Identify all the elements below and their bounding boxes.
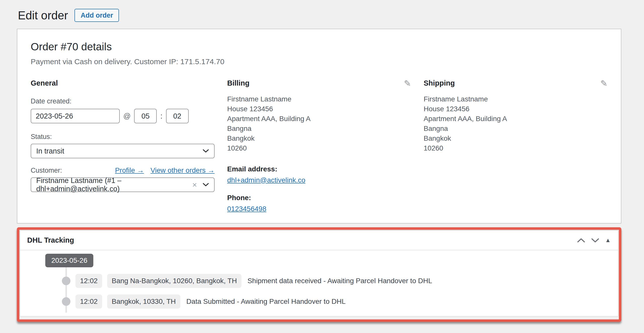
date-input[interactable] — [31, 109, 120, 123]
event-status-text: Data Submitted - Awaiting Parcel Handove… — [186, 298, 346, 306]
profile-link[interactable]: Profile → — [115, 166, 144, 174]
billing-heading: Billing — [227, 79, 250, 87]
general-column: General Date created: @ : Status: In tra… — [31, 79, 215, 213]
customer-value: Firstname Lastname (#1 – dhl+admin@activ… — [36, 176, 192, 193]
chevron-down-icon — [591, 238, 599, 243]
order-details-panel: Order #70 details Payment via Cash on de… — [17, 29, 621, 224]
tracking-event-row: 12:02 Bang Na-Bangkok, 10260, Bangkok, T… — [28, 274, 611, 288]
status-select[interactable]: In transit — [31, 144, 215, 158]
page-title: Edit order — [18, 9, 68, 22]
order-title: Order #70 details — [31, 41, 608, 53]
add-order-button[interactable]: Add order — [74, 9, 119, 22]
tracking-date-badge: 2023-05-26 — [45, 254, 93, 267]
billing-column: Billing ✎ Firstname Lastname House 12345… — [227, 79, 411, 213]
move-down-button[interactable] — [591, 238, 599, 243]
billing-address-line: Firstname Lastname — [227, 94, 411, 104]
edit-billing-pencil-icon[interactable]: ✎ — [404, 79, 411, 88]
timeline-dot-icon — [62, 277, 70, 285]
shipping-address-line: House 123456 — [424, 104, 608, 114]
minute-input[interactable] — [166, 109, 189, 123]
view-other-orders-link[interactable]: View other orders → — [150, 166, 215, 174]
edit-shipping-pencil-icon[interactable]: ✎ — [600, 79, 608, 88]
shipping-address-line: Bangna — [424, 124, 608, 133]
chevron-down-icon — [203, 183, 209, 187]
shipping-heading: Shipping — [424, 79, 455, 87]
email-link[interactable]: dhl+admin@activelink.co — [227, 176, 305, 184]
shipping-address-line: Bangkok — [424, 133, 608, 143]
dhl-tracking-highlight-box: DHL Tracking ▲ — [17, 227, 621, 322]
phone-label: Phone: — [227, 194, 411, 202]
email-label: Email address: — [227, 165, 411, 173]
phone-link[interactable]: 0123456498 — [227, 205, 266, 213]
clear-selection-icon[interactable]: × — [192, 181, 197, 189]
order-data-columns: General Date created: @ : Status: In tra… — [31, 79, 608, 213]
admin-page: Edit order Add order Order #70 details P… — [0, 0, 644, 322]
toggle-panel-button[interactable]: ▲ — [605, 237, 611, 244]
page-header: Edit order Add order — [18, 9, 621, 22]
billing-address-line: Bangna — [227, 124, 411, 133]
chevron-up-icon — [577, 238, 585, 243]
date-created-row: @ : — [31, 109, 215, 123]
hour-input[interactable] — [134, 109, 157, 123]
shipping-address-line: Firstname Lastname — [424, 94, 608, 104]
customer-label: Customer: — [31, 167, 62, 174]
customer-label-row: Customer: Profile → View other orders → — [31, 166, 215, 174]
dhl-tracking-panel: DHL Tracking ▲ — [20, 230, 618, 316]
event-time-badge: 12:02 — [75, 274, 102, 288]
billing-address-line: 10260 — [227, 143, 411, 153]
event-time-badge: 12:02 — [75, 294, 102, 309]
time-separator: : — [160, 112, 162, 120]
billing-address: Firstname Lastname House 123456 Apartmen… — [227, 94, 411, 153]
status-value: In transit — [36, 147, 64, 155]
dhl-tracking-body: 2023-05-26 12:02 Bang Na-Bangkok, 10260,… — [20, 250, 618, 316]
shipping-column: Shipping ✎ Firstname Lastname House 1234… — [424, 79, 608, 213]
status-label: Status: — [31, 133, 215, 141]
tracking-timeline: 2023-05-26 12:02 Bang Na-Bangkok, 10260,… — [28, 254, 611, 309]
dhl-tracking-header[interactable]: DHL Tracking ▲ — [20, 231, 618, 250]
metabox-handle-buttons: ▲ — [577, 237, 611, 244]
timeline-dot-icon — [62, 297, 70, 306]
event-location-badge: Bangkok, 10330, TH — [107, 294, 180, 309]
tracking-event-row: 12:02 Bangkok, 10330, TH Data Submitted … — [28, 294, 611, 309]
date-created-label: Date created: — [31, 97, 215, 105]
shipping-address-line: Apartment AAA, Building A — [424, 114, 608, 124]
chevron-down-icon — [203, 149, 209, 153]
billing-address-line: House 123456 — [227, 104, 411, 114]
general-heading: General — [31, 79, 58, 87]
billing-address-line: Apartment AAA, Building A — [227, 114, 411, 124]
move-up-button[interactable] — [577, 238, 585, 243]
customer-select[interactable]: Firstname Lastname (#1 – dhl+admin@activ… — [31, 177, 215, 192]
payment-info: Payment via Cash on delivery. Customer I… — [31, 57, 608, 66]
collapse-triangle-icon: ▲ — [605, 237, 611, 244]
shipping-address-line: 10260 — [424, 143, 608, 153]
at-separator: @ — [123, 112, 131, 120]
event-location-badge: Bang Na-Bangkok, 10260, Bangkok, TH — [107, 274, 242, 288]
dhl-tracking-title: DHL Tracking — [27, 236, 74, 244]
shipping-address: Firstname Lastname House 123456 Apartmen… — [424, 94, 608, 153]
event-status-text: Shipment data received - Awaiting Parcel… — [248, 277, 432, 285]
billing-address-line: Bangkok — [227, 133, 411, 143]
